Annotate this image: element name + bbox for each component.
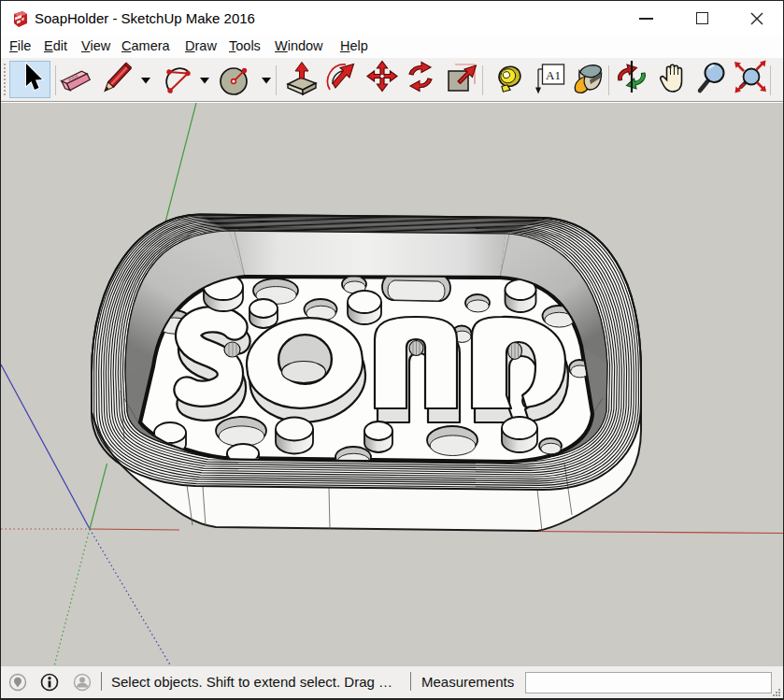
svg-text:A1: A1	[546, 68, 561, 82]
